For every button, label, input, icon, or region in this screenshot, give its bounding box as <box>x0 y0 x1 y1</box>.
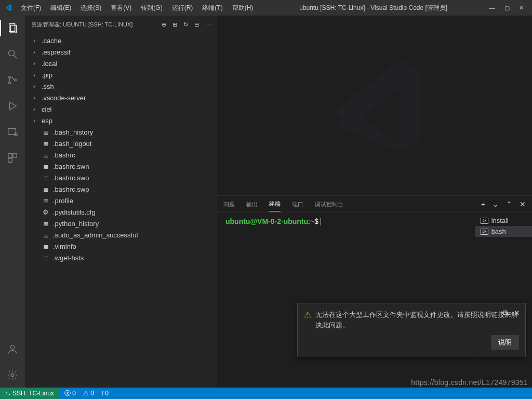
remote-explorer-icon[interactable] <box>0 124 25 140</box>
file-icon: ≣ <box>42 231 50 239</box>
run-debug-icon[interactable] <box>0 98 25 114</box>
notification-action-button[interactable]: 说明 <box>491 335 519 350</box>
collapse-icon[interactable]: ⊟ <box>194 21 199 28</box>
status-errors[interactable]: ⓧ 0 <box>64 389 76 398</box>
chevron-right-icon: › <box>33 37 38 44</box>
close-icon[interactable]: ✕ <box>519 5 524 11</box>
svg-point-5 <box>9 82 11 84</box>
tab-problems[interactable]: 问题 <box>223 197 235 211</box>
tree-file[interactable]: ≣.sudo_as_admin_successful <box>25 229 217 241</box>
tab-ports[interactable]: 端口 <box>292 197 303 211</box>
file-icon: ≣ <box>42 140 50 148</box>
tree-file[interactable]: ≣.viminfo <box>25 241 217 252</box>
account-icon[interactable] <box>0 341 25 357</box>
file-icon: ≣ <box>42 174 50 182</box>
tree-file[interactable]: ≣.bashrc.swn <box>25 161 217 172</box>
tree-folder[interactable]: ›.local <box>25 58 217 69</box>
explorer-icon[interactable] <box>0 20 25 36</box>
search-icon[interactable] <box>0 46 25 62</box>
status-remote[interactable]: ⇋ SSH: TC-Linux <box>0 388 59 399</box>
tree-file[interactable]: ≣.bashrc.swp <box>25 183 217 195</box>
menu-run[interactable]: 运行(R) <box>168 2 197 15</box>
tree-file[interactable]: ≣.python_history <box>25 218 217 229</box>
svg-point-12 <box>10 345 14 349</box>
file-icon: ≣ <box>42 197 50 205</box>
tree-folder[interactable]: ›.vscode-server <box>25 92 217 103</box>
extensions-icon[interactable] <box>0 150 25 166</box>
new-terminal-icon[interactable]: + <box>481 200 485 208</box>
bottom-panel: 问题 输出 终端 端口 调试控制台 + ⌄ ⌃ ✕ ubuntu@VM-0-2-… <box>217 195 532 388</box>
editor-area: 问题 输出 终端 端口 调试控制台 + ⌄ ⌃ ✕ ubuntu@VM-0-2-… <box>217 16 532 388</box>
chevron-right-icon: › <box>33 117 38 124</box>
terminal-session[interactable]: >install <box>475 215 532 226</box>
more-icon[interactable]: ⋯ <box>205 21 211 28</box>
menu-help[interactable]: 帮助(H) <box>228 2 258 15</box>
tree-folder[interactable]: ›.espressif <box>25 46 217 58</box>
tree-folder[interactable]: ›.cache <box>25 35 217 46</box>
tree-file[interactable]: ≣.bashrc.swo <box>25 172 217 183</box>
tab-debug-console[interactable]: 调试控制台 <box>315 197 343 211</box>
tree-folder[interactable]: ›ciel <box>25 103 217 115</box>
tree-file[interactable]: ≣.profile <box>25 195 217 206</box>
notification-text: 无法在这个大型工作区文件夹中监视文件更改。请按照说明链接来解决此问题。 <box>315 310 519 330</box>
activity-bar <box>0 16 25 388</box>
menu-go[interactable]: 转到(G) <box>137 2 166 15</box>
file-icon: ≣ <box>42 185 50 193</box>
file-icon: ≣ <box>42 220 50 228</box>
tab-output[interactable]: 输出 <box>246 197 258 211</box>
cursor <box>321 218 321 225</box>
terminal-icon: > <box>481 218 488 224</box>
new-folder-icon[interactable]: ⊞ <box>172 21 177 28</box>
minimize-icon[interactable]: — <box>489 5 495 11</box>
chevron-up-icon[interactable]: ⌃ <box>506 200 512 208</box>
tree-file[interactable]: ≣.bash_history <box>25 126 217 138</box>
tree-file[interactable]: ⚙.pydistutils.cfg <box>25 206 217 218</box>
close-panel-icon[interactable]: ✕ <box>520 200 526 208</box>
new-file-icon[interactable]: ⊕ <box>162 21 166 28</box>
file-icon: ≣ <box>42 163 50 170</box>
tab-terminal[interactable]: 终端 <box>269 197 281 211</box>
refresh-icon[interactable]: ↻ <box>183 21 188 28</box>
remote-icon: ⇋ <box>5 390 10 397</box>
chevron-right-icon: › <box>33 49 38 55</box>
warning-icon: ⚠ <box>304 310 311 320</box>
terminal-session[interactable]: >bash <box>475 226 532 237</box>
chevron-down-icon[interactable]: ⌄ <box>493 200 499 208</box>
tree-folder[interactable]: ›esp <box>25 115 217 126</box>
chevron-right-icon: › <box>33 95 38 101</box>
source-control-icon[interactable] <box>0 72 25 88</box>
window-title: ubuntu [SSH: TC-Linux] - Visual Studio C… <box>257 4 489 12</box>
tree-folder[interactable]: ›.ssh <box>25 81 217 92</box>
tree-file[interactable]: ≣.wget-hsts <box>25 252 217 263</box>
status-warnings[interactable]: ⚠ 0 <box>83 390 94 397</box>
file-icon: ≣ <box>42 243 50 250</box>
menu-terminal[interactable]: 终端(T) <box>198 2 227 15</box>
svg-rect-11 <box>8 158 12 162</box>
maximize-icon[interactable]: ▢ <box>504 5 510 11</box>
chevron-right-icon: › <box>33 83 38 89</box>
title-bar: 文件(F) 编辑(E) 选择(S) 查看(V) 转到(G) 运行(R) 终端(T… <box>0 0 532 16</box>
menu-view[interactable]: 查看(V) <box>107 2 136 15</box>
tree-folder[interactable]: ›.pip <box>25 69 217 81</box>
notification-close-icon[interactable]: ✕ <box>514 309 520 317</box>
file-icon: ≣ <box>42 128 50 136</box>
menu-file[interactable]: 文件(F) <box>17 2 45 15</box>
settings-icon[interactable] <box>0 367 25 383</box>
svg-rect-10 <box>13 154 17 157</box>
source-watermark: https://blog.csdn.net/L1724979351 <box>411 378 528 387</box>
terminal-view[interactable]: ubuntu@VM-0-2-ubuntu:~$ <box>217 213 475 388</box>
notification-toast: ⚙ ✕ ⚠ 无法在这个大型工作区文件夹中监视文件更改。请按照说明链接来解决此问题… <box>297 303 526 356</box>
tree-file[interactable]: ≣.bash_logout <box>25 138 217 149</box>
notification-gear-icon[interactable]: ⚙ <box>502 309 509 317</box>
svg-point-2 <box>9 50 15 56</box>
file-icon: ≣ <box>42 151 50 159</box>
svg-line-3 <box>14 56 17 59</box>
menu-edit[interactable]: 编辑(E) <box>46 2 75 15</box>
svg-point-13 <box>11 374 14 377</box>
status-bar: ⇋ SSH: TC-Linux ⓧ 0 ⚠ 0 ⟟ 0 <box>0 388 532 399</box>
menu-select[interactable]: 选择(S) <box>76 2 105 15</box>
sidebar-title: 资源管理器: UBUNTU [SSH: TC-LINUX] <box>31 21 132 29</box>
tree-file[interactable]: ≣.bashrc <box>25 149 217 161</box>
status-radio[interactable]: ⟟ 0 <box>101 390 109 397</box>
vscode-logo-icon <box>4 4 12 12</box>
